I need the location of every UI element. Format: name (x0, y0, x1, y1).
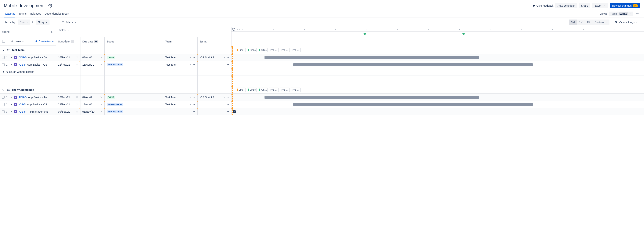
clear-icon[interactable]: ✕ (223, 96, 226, 99)
sprint-pill[interactable]: Dingo (247, 88, 256, 92)
issue-key[interactable]: IOS-6 (18, 110, 26, 113)
due-date-cell[interactable]: 02/Apr/21✕ (80, 54, 105, 61)
status-cell[interactable]: DONE (105, 94, 163, 101)
chevron-down-icon[interactable] (2, 88, 5, 91)
sprint-pill[interactable]: Emu (236, 88, 246, 92)
sprint-cell[interactable]: IOS Sprint 2 ✕ (198, 94, 232, 101)
tab-dependencies-report[interactable]: Dependencies report (44, 11, 69, 17)
collapse-horizontal-icon[interactable] (237, 28, 240, 30)
start-date-cell[interactable]: 09/Sep/20✕ (56, 108, 80, 115)
clear-icon[interactable]: ✕ (76, 96, 78, 99)
sprint-cell[interactable] (198, 108, 232, 115)
start-date-cell[interactable]: 16/Feb/21✕ (56, 54, 80, 61)
chevron-down-icon[interactable] (193, 63, 196, 66)
export-button[interactable]: Export (592, 3, 608, 8)
auto-schedule-button[interactable]: Auto-schedule (556, 3, 577, 8)
due-date-cell[interactable]: 03/Nov/20✕ (80, 108, 105, 115)
review-changes-button[interactable]: Review changes 34 (610, 3, 640, 8)
table-row[interactable]: 1 ADR-5 App Basics - An… 16/Feb/21✕ 02/A… (0, 54, 644, 61)
start-date-cell[interactable]: 22/Feb/21✕ (56, 101, 80, 108)
clear-icon[interactable]: ✕ (189, 63, 192, 66)
scroll-to-bar-icon[interactable] (233, 110, 236, 113)
due-date-cell[interactable]: 13/Apr/21✕ (80, 61, 105, 68)
team-cell[interactable]: Test Team ✕ (163, 61, 198, 68)
status-cell[interactable]: DONE (105, 54, 163, 61)
issue-key[interactable]: IOS-5 (18, 103, 26, 106)
release-marker[interactable] (364, 33, 366, 35)
chevron-down-icon[interactable] (193, 56, 196, 59)
chevron-right-icon[interactable] (10, 103, 12, 106)
hierarchy-from-select[interactable]: Epic (18, 19, 30, 25)
team-cell[interactable]: Test Team ✕ (163, 101, 198, 108)
undo-icon[interactable] (232, 28, 235, 31)
clear-icon[interactable]: ✕ (100, 96, 102, 99)
table-row[interactable]: 2 IOS-5 App Basics - iOS 22/Feb/21✕ 13/A… (0, 101, 644, 108)
table-row[interactable]: 3 IOS-6 Trip management 09/Sep/20✕ 03/No… (0, 108, 644, 115)
clear-icon[interactable]: ✕ (100, 63, 102, 66)
sprint-pill[interactable]: Proj… (280, 48, 290, 52)
status-cell[interactable]: IN PROGRESS (105, 61, 163, 68)
sprint-pill[interactable]: IOS … (258, 48, 268, 52)
chevron-down-icon[interactable] (2, 48, 5, 51)
table-row[interactable]: 1 ADR-5 App Basics - An… 16/Feb/21✕ 02/A… (0, 94, 644, 101)
gantt-bar[interactable] (264, 56, 479, 59)
more-menu-button[interactable] (635, 11, 640, 16)
row-checkbox[interactable] (2, 63, 4, 66)
release-marker[interactable] (462, 33, 465, 35)
sprint-pill[interactable]: IOS … (258, 88, 268, 92)
gantt-bar[interactable] (293, 63, 532, 66)
select-all-checkbox[interactable] (2, 40, 5, 43)
create-issue-button[interactable]: Create issue (35, 40, 54, 43)
gantt-bar[interactable] (264, 96, 479, 99)
clear-icon[interactable]: ✕ (223, 56, 226, 59)
chevron-down-icon[interactable] (193, 110, 196, 113)
team-cell[interactable] (163, 108, 198, 115)
fields-dropdown[interactable]: Fields (56, 27, 231, 33)
tab-roadmap[interactable]: Roadmap (4, 11, 15, 17)
chevron-down-icon[interactable] (227, 103, 230, 106)
clear-icon[interactable]: ✕ (76, 110, 78, 113)
sprint-pill[interactable]: Proj… (269, 48, 278, 52)
start-date-cell[interactable]: 22/Feb/21✕ (56, 61, 80, 68)
issue-key[interactable]: ADR-5 (18, 56, 26, 59)
clear-icon[interactable]: ✕ (189, 56, 192, 59)
give-feedback-link[interactable]: Give feedback (532, 4, 554, 7)
row-checkbox[interactable] (2, 110, 4, 113)
sprint-cell[interactable]: IOS Sprint 2 ✕ (198, 54, 232, 61)
clear-icon[interactable]: ✕ (189, 103, 192, 106)
issue-key[interactable]: IOS-5 (18, 63, 26, 66)
group-header[interactable]: Test Team (0, 46, 56, 54)
filters-button[interactable]: Filters (59, 19, 78, 25)
view-selector[interactable]: Basic EDITED (609, 11, 633, 16)
chevron-down-icon[interactable] (193, 103, 196, 106)
sprint-pill[interactable]: Proj… (291, 88, 300, 92)
clear-icon[interactable]: ✕ (100, 103, 102, 106)
row-checkbox[interactable] (2, 56, 4, 59)
table-row[interactable]: 2 IOS-5 App Basics - iOS 22/Feb/21✕ 13/A… (0, 61, 644, 68)
clear-icon[interactable]: ✕ (100, 56, 102, 59)
group-header[interactable]: The Wunderkinds (0, 86, 56, 93)
sprint-cell[interactable] (198, 61, 232, 68)
chevron-right-icon[interactable] (10, 110, 12, 113)
share-button[interactable]: Share (579, 3, 590, 8)
timeframe-fit[interactable]: Fit (585, 19, 592, 25)
gantt-bar[interactable] (293, 103, 532, 106)
chevron-right-icon[interactable] (10, 96, 12, 99)
chevron-down-icon[interactable] (227, 63, 230, 66)
chevron-down-icon[interactable] (227, 56, 230, 59)
row-checkbox[interactable] (2, 96, 4, 99)
chevron-right-icon[interactable] (10, 56, 12, 59)
due-date-cell[interactable]: 13/Apr/21✕ (80, 101, 105, 108)
status-cell[interactable]: IN PROGRESS (105, 108, 163, 115)
team-cell[interactable]: Test Team ✕ (163, 94, 198, 101)
timeframe-1y[interactable]: 1Y (577, 19, 585, 25)
tab-releases[interactable]: Releases (30, 11, 41, 17)
clear-icon[interactable]: ✕ (189, 96, 192, 99)
sprint-pill[interactable]: Emu (236, 48, 246, 52)
clear-icon[interactable]: ✕ (76, 63, 78, 66)
status-cell[interactable]: IN PROGRESS (105, 101, 163, 108)
gear-icon[interactable] (47, 3, 53, 9)
clear-icon[interactable]: ✕ (76, 56, 78, 59)
chevron-down-icon[interactable] (227, 96, 230, 99)
timeframe-custom[interactable]: Custom (592, 19, 610, 25)
